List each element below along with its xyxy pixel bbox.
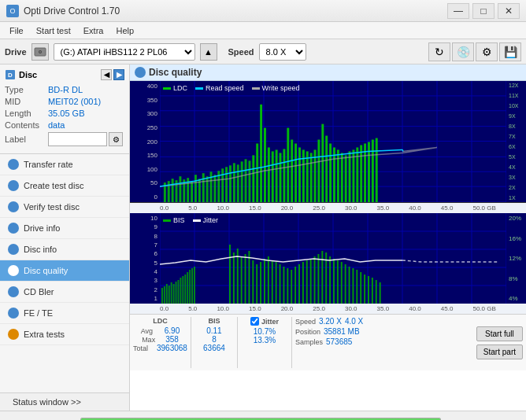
top-chart-x-axis: 0.0 5.0 10.0 15.0 20.0 25.0 30.0 35.0 40… (130, 203, 526, 213)
legend-read-color (195, 87, 203, 90)
by-tick-10: 10 (132, 215, 157, 222)
bottom-chart: 10 9 8 7 6 5 4 3 2 1 20% 16% 12% 8% 4% (130, 213, 526, 304)
sidebar-item-verify-test-disc[interactable]: Verify test disc (0, 197, 129, 218)
x-tick-15: 15.0 (249, 204, 261, 212)
speed-label: Speed (228, 47, 254, 57)
close-button[interactable]: ✕ (498, 3, 520, 19)
svg-rect-67 (329, 143, 332, 202)
svg-rect-127 (294, 267, 296, 304)
fe-te-label: FE / TE (24, 308, 53, 318)
status-window-button[interactable]: Status window >> (0, 392, 129, 411)
y-right-5x: 5X (509, 154, 524, 160)
drive-info-icon (8, 223, 19, 234)
svg-rect-46 (248, 160, 250, 202)
jitter-checkbox-row: Jitter (250, 317, 279, 326)
sidebar-item-transfer-rate[interactable]: Transfer rate (0, 154, 129, 175)
svg-rect-145 (364, 274, 365, 304)
svg-rect-64 (317, 140, 320, 202)
disc-label-btn[interactable]: ⚙ (109, 132, 123, 146)
bottom-bar: Test completed 100.0% 45:32 (0, 411, 526, 420)
x-tick-45: 45.0 (441, 204, 454, 212)
speed-select[interactable]: 8.0 X (259, 43, 306, 61)
sidebar-item-fe-te[interactable]: FE / TE (0, 303, 129, 324)
bx-tick-15: 15.0 (249, 305, 261, 312)
svg-rect-103 (180, 278, 181, 304)
maximize-button[interactable]: □ (472, 3, 495, 19)
sidebar-item-disc-quality[interactable]: Disc quality (0, 260, 129, 282)
x-tick-20: 20.0 (281, 204, 294, 212)
save-icon[interactable]: 💾 (499, 42, 521, 61)
svg-rect-70 (341, 153, 343, 202)
start-part-button[interactable]: Start part (476, 344, 523, 359)
by-tick-4: 4 (132, 268, 157, 275)
stats-bis-label: BIS (208, 317, 220, 325)
disc-length-row: Length 35.05 GB (5, 109, 124, 118)
x-tick-25: 25.0 (313, 204, 325, 212)
svg-rect-45 (245, 159, 247, 202)
bx-tick-5: 5.0 (188, 305, 197, 312)
svg-rect-95 (161, 288, 163, 304)
jitter-checkbox[interactable] (250, 317, 259, 326)
verify-test-disc-icon (8, 201, 19, 212)
sidebar-item-drive-info[interactable]: Drive info (0, 218, 129, 239)
svg-rect-106 (187, 272, 188, 304)
minimize-button[interactable]: — (447, 3, 469, 19)
svg-rect-75 (360, 145, 362, 202)
svg-rect-101 (176, 282, 177, 304)
disc-icon[interactable]: 💿 (452, 42, 474, 61)
svg-rect-28 (179, 176, 181, 202)
sidebar-item-cd-bler[interactable]: CD Bler (0, 282, 129, 303)
top-chart-legend: LDC Read speed Write speed (163, 84, 299, 92)
y-tick-250: 250 (132, 124, 157, 131)
svg-rect-109 (194, 267, 195, 304)
menu-help[interactable]: Help (109, 24, 140, 37)
position-label: Position (295, 328, 320, 336)
svg-rect-59 (298, 147, 301, 202)
menu-file[interactable]: File (3, 24, 30, 37)
svg-rect-41 (229, 165, 232, 202)
bottom-chart-legend: BIS Jitter (163, 216, 218, 224)
sidebar-item-create-test-disc[interactable]: Create test disc (0, 175, 129, 197)
y-tick-50: 50 (132, 179, 157, 186)
svg-rect-65 (321, 124, 324, 202)
disc-label-row: Label ⚙ (5, 132, 124, 146)
eject-icon[interactable]: ▲ (200, 43, 217, 61)
disc-label-input[interactable] (48, 132, 107, 146)
verify-test-disc-label: Verify test disc (24, 202, 80, 212)
refresh-icon[interactable]: ↻ (428, 42, 450, 61)
drive-select[interactable]: (G:) ATAPI iHBS112 2 PL06 (54, 43, 195, 61)
drivebar: Drive (G:) ATAPI iHBS112 2 PL06 ▲ Speed … (0, 39, 526, 64)
sidebar-item-extra-tests[interactable]: Extra tests (0, 324, 129, 345)
main-layout: D Disc ◀ ▶ Type BD-R DL MID MEIT02 (001)… (0, 64, 526, 411)
sidebar-item-disc-info[interactable]: Disc info (0, 239, 129, 260)
legend-jitter: Jitter (193, 216, 219, 224)
bottom-chart-x-axis: 0.0 5.0 10.0 15.0 20.0 25.0 30.0 35.0 40… (130, 304, 526, 314)
disc-panel-title: Disc (19, 70, 37, 79)
menu-extra[interactable]: Extra (77, 24, 110, 37)
legend-write-color (252, 87, 260, 90)
y-right-2x: 2X (509, 185, 524, 190)
stats-bis-max: 8 (212, 335, 217, 344)
divider-2 (237, 317, 238, 368)
start-full-button[interactable]: Start full (476, 326, 523, 341)
svg-rect-54 (280, 153, 282, 202)
disc-panel-btn2[interactable]: ▶ (113, 69, 124, 80)
disc-panel-header: D Disc ◀ ▶ (5, 69, 124, 80)
svg-text:D: D (8, 72, 13, 79)
samples-value: 573685 (326, 337, 352, 346)
svg-rect-130 (306, 260, 308, 304)
menu-start-test[interactable]: Start test (30, 24, 77, 37)
svg-rect-110 (229, 245, 231, 304)
by-tick-2: 2 (132, 286, 157, 293)
settings-icon[interactable]: ⚙ (476, 42, 498, 61)
window-controls: — □ ✕ (447, 3, 520, 19)
disc-panel-btn1[interactable]: ◀ (101, 69, 112, 80)
legend-jitter-color (193, 219, 201, 222)
svg-rect-50 (264, 128, 266, 202)
y-right-7x: 7X (509, 134, 524, 139)
svg-rect-132 (314, 256, 316, 304)
svg-rect-25 (168, 181, 170, 202)
speed-row: Speed 3.20 X 4.0 X (295, 317, 363, 326)
bx-tick-35: 35.0 (377, 305, 390, 312)
y-tick-200: 200 (132, 138, 157, 146)
